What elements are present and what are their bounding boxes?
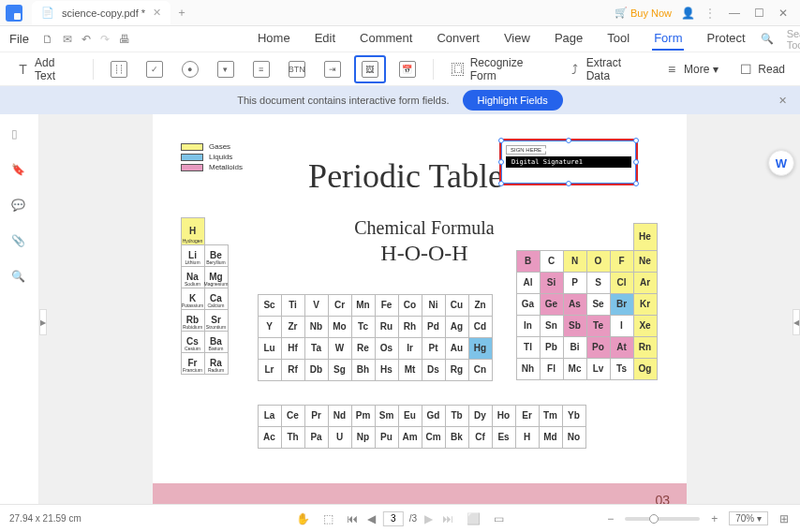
element-W: W bbox=[328, 337, 352, 360]
more-button[interactable]: ≡More▾ bbox=[658, 57, 724, 81]
mail-icon[interactable]: ✉ bbox=[63, 33, 72, 46]
next-page-icon[interactable]: ▶ bbox=[422, 510, 435, 527]
undo-icon[interactable]: ↶ bbox=[81, 33, 91, 46]
element-Cd: Cd bbox=[468, 316, 493, 338]
element-Tb: Tb bbox=[445, 405, 469, 427]
file-menu[interactable]: File bbox=[9, 32, 29, 46]
attachment-icon[interactable]: 📎 bbox=[11, 234, 28, 251]
element-Ru: Ru bbox=[375, 316, 399, 338]
element-Pu: Pu bbox=[375, 426, 399, 449]
buy-now-link[interactable]: 🛒 Buy Now bbox=[615, 7, 672, 19]
tab-view[interactable]: View bbox=[502, 27, 532, 51]
element-Cm: Cm bbox=[422, 426, 446, 449]
tab-tool[interactable]: Tool bbox=[605, 27, 631, 51]
zoom-slider[interactable] bbox=[625, 517, 700, 521]
close-tab-icon[interactable]: ✕ bbox=[153, 7, 161, 19]
element-Hg: Hg bbox=[468, 337, 493, 360]
minimize-button[interactable]: — bbox=[725, 4, 744, 22]
align-button[interactable]: ⇥ bbox=[319, 57, 347, 81]
print-icon[interactable]: 🖶 bbox=[119, 33, 130, 46]
signature-tag: SIGN HERE bbox=[506, 145, 546, 155]
extract-data-button[interactable]: ⤴Extract Data bbox=[561, 52, 650, 86]
element-La: La bbox=[258, 405, 282, 427]
element-Ta: Ta bbox=[304, 337, 329, 360]
btn-icon: BTN bbox=[289, 61, 305, 78]
zoom-out-icon[interactable]: − bbox=[605, 510, 615, 527]
tab-edit[interactable]: Edit bbox=[313, 27, 337, 51]
page-content: GasesLiquidsMetalloids Periodic Table Ch… bbox=[153, 114, 687, 504]
menu-dots-icon[interactable]: ⋮ bbox=[704, 7, 716, 20]
zoom-in-icon[interactable]: + bbox=[709, 510, 719, 527]
tab-form[interactable]: Form bbox=[652, 27, 684, 51]
element-Na: NaSodium bbox=[181, 266, 205, 288]
maximize-button[interactable]: ☐ bbox=[749, 4, 768, 22]
element-Eu: Eu bbox=[398, 405, 422, 427]
tab-home[interactable]: Home bbox=[256, 27, 292, 51]
tab-protect[interactable]: Protect bbox=[704, 27, 747, 51]
element-Cs: CsCesium bbox=[181, 331, 205, 353]
element-S: S bbox=[586, 272, 611, 294]
search-side-icon[interactable]: 🔍 bbox=[11, 270, 28, 287]
element-Og: Og bbox=[633, 358, 658, 380]
fit-page-icon[interactable]: ⬜ bbox=[465, 510, 482, 527]
search-tools-label[interactable]: Search Tools bbox=[787, 28, 800, 51]
element-Pm: Pm bbox=[351, 405, 376, 427]
comment-icon[interactable]: 💬 bbox=[11, 199, 28, 215]
element-Tl: Tl bbox=[516, 336, 541, 359]
bookmark-icon[interactable]: 🔖 bbox=[11, 163, 28, 180]
document-tab[interactable]: 📄 science-copy.pdf * ✕ bbox=[32, 1, 170, 25]
page-dimensions: 27.94 x 21.59 cm bbox=[9, 513, 81, 524]
combobox-button[interactable]: ▾ bbox=[212, 57, 240, 81]
infobar-close-icon[interactable]: ✕ bbox=[778, 95, 787, 107]
redo-icon[interactable]: ↷ bbox=[100, 33, 110, 46]
tab-comment[interactable]: Comment bbox=[358, 27, 414, 51]
element-Db: Db bbox=[304, 359, 329, 381]
add-text-button[interactable]: TAdd Text bbox=[9, 52, 81, 86]
element-Cl: Cl bbox=[610, 272, 634, 294]
signature-label: Digital Signature1 bbox=[506, 156, 631, 168]
fit-width-icon[interactable]: ▭ bbox=[492, 510, 506, 527]
element-Kr: Kr bbox=[633, 293, 658, 316]
pushbutton-button[interactable]: BTN bbox=[283, 57, 311, 81]
element-empty bbox=[610, 223, 634, 245]
listbox-button[interactable]: ≡ bbox=[247, 57, 275, 81]
image-field-button[interactable]: 🖼 bbox=[354, 55, 386, 83]
titlebar: 📄 science-copy.pdf * ✕ ＋ 🛒 Buy Now 👤 ⋮ —… bbox=[0, 0, 800, 26]
date-field-button[interactable]: 📅 bbox=[393, 57, 422, 81]
page-input[interactable] bbox=[383, 511, 404, 526]
combobox-icon: ▾ bbox=[217, 61, 234, 78]
checkbox-button[interactable]: ✓ bbox=[141, 57, 169, 81]
thumbnails-icon[interactable]: ▯ bbox=[11, 127, 28, 144]
radio-button[interactable]: ● bbox=[176, 57, 204, 81]
save-icon[interactable]: 🗋 bbox=[42, 33, 53, 46]
read-button[interactable]: ☐Read bbox=[732, 57, 791, 81]
textfield-button[interactable]: ┊┊ bbox=[105, 57, 133, 81]
recognize-form-button[interactable]: ⿴Recognize Form bbox=[445, 52, 554, 86]
canvas: ▶ ◀ W GasesLiquidsMetalloids Periodic Ta… bbox=[39, 114, 800, 504]
user-icon[interactable]: 👤 bbox=[681, 7, 695, 20]
select-tool-icon[interactable]: ⬚ bbox=[321, 510, 335, 527]
prev-page-icon[interactable]: ◀ bbox=[365, 510, 378, 527]
collapse-right-button[interactable]: ◀ bbox=[793, 309, 800, 335]
zoom-value[interactable]: 70% ▾ bbox=[729, 511, 768, 525]
last-page-icon[interactable]: ⏭ bbox=[440, 510, 455, 527]
element-Ni: Ni bbox=[422, 294, 446, 317]
element-Rg: Rg bbox=[445, 359, 469, 381]
element-P: P bbox=[563, 272, 587, 294]
layout-icon[interactable]: ⊞ bbox=[778, 510, 791, 527]
tab-convert[interactable]: Convert bbox=[435, 27, 481, 51]
collapse-left-button[interactable]: ▶ bbox=[39, 309, 47, 335]
close-button[interactable]: ✕ bbox=[774, 4, 793, 22]
hand-tool-icon[interactable]: ✋ bbox=[294, 510, 312, 527]
first-page-icon[interactable]: ⏮ bbox=[345, 510, 360, 527]
element-Ga: Ga bbox=[516, 293, 541, 316]
highlight-fields-button[interactable]: Highlight Fields bbox=[463, 90, 563, 111]
word-export-button[interactable]: W bbox=[768, 150, 794, 176]
add-tab-button[interactable]: ＋ bbox=[170, 5, 193, 21]
align-icon: ⇥ bbox=[324, 61, 341, 78]
checkbox-icon: ✓ bbox=[146, 61, 163, 78]
signature-field-selected[interactable]: SIGN HERE Digital Signature1 bbox=[499, 139, 638, 185]
element-empty bbox=[563, 223, 587, 245]
tab-page[interactable]: Page bbox=[553, 27, 585, 51]
element-Pd: Pd bbox=[422, 316, 446, 338]
